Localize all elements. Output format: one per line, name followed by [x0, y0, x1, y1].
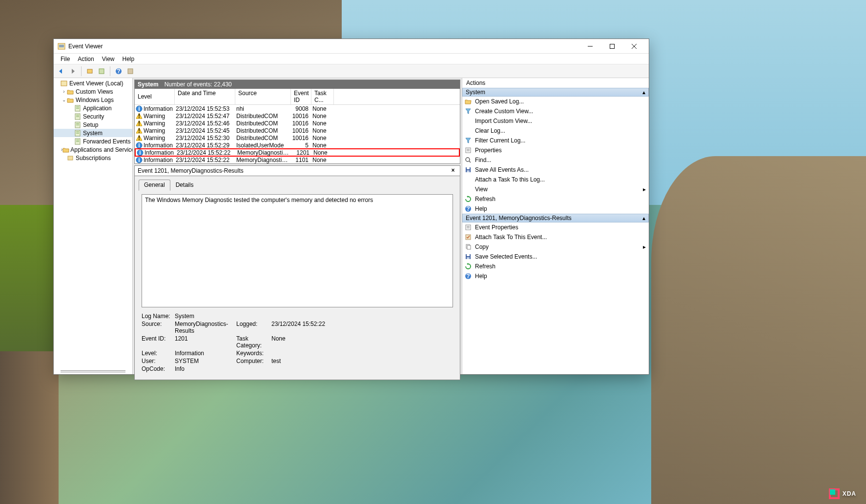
menu-view[interactable]: View: [98, 55, 119, 63]
svg-rect-7: [87, 69, 92, 73]
action-attach-a-task-to-this-log[interactable]: Attach a Task To this Log...: [462, 175, 649, 184]
event-row[interactable]: iInformation23/12/2024 15:52:22MemoryDia…: [135, 156, 460, 163]
tree-root[interactable]: Event Viewer (Local): [54, 79, 132, 87]
log-icon: [74, 104, 82, 112]
action-clear-log[interactable]: Clear Log...: [462, 126, 649, 136]
tab-general[interactable]: General: [139, 180, 170, 191]
event-count-label: Number of events: 22,430: [165, 81, 232, 88]
actions-section-system[interactable]: System ▴: [462, 88, 649, 97]
svg-rect-58: [467, 254, 470, 256]
tree-item-forwarded-events[interactable]: Forwarded Events: [54, 137, 132, 145]
action-help[interactable]: ?Help: [462, 271, 649, 281]
info-icon: i: [136, 142, 143, 149]
log-icon: [74, 121, 82, 129]
action-label: Clear Log...: [475, 127, 505, 134]
close-button[interactable]: [623, 39, 645, 54]
event-detail-pane: Event 1201, MemoryDiagnostics-Results × …: [134, 165, 460, 380]
expand-icon[interactable]: ›: [61, 89, 67, 94]
column-level[interactable]: Level: [135, 89, 175, 104]
tree-item-security[interactable]: Security: [54, 112, 132, 121]
property-row: OpCode:Info: [142, 365, 453, 373]
detail-close-button[interactable]: ×: [449, 167, 457, 175]
info-icon: i: [136, 105, 143, 112]
action-create-custom-view[interactable]: Create Custom View...: [462, 106, 649, 116]
event-row[interactable]: !Warning23/12/2024 15:52:46DistributedCO…: [135, 120, 460, 127]
toolbar-button-2[interactable]: [96, 66, 107, 77]
action-open-saved-log[interactable]: Open Saved Log...: [462, 97, 649, 106]
event-list-title: System Number of events: 22,430: [135, 80, 460, 89]
tree-label: Application: [83, 105, 112, 112]
nav-forward-button[interactable]: [67, 66, 78, 77]
action-import-custom-view[interactable]: Import Custom View...: [462, 116, 649, 126]
navigation-tree[interactable]: Event Viewer (Local) ›Custom Views⌄Windo…: [54, 78, 133, 374]
maximize-button[interactable]: [601, 39, 623, 54]
event-description[interactable]: The Windows Memory Diagnostic tested the…: [142, 194, 453, 307]
menu-help[interactable]: Help: [119, 55, 139, 63]
subs-icon: [67, 154, 75, 162]
svg-point-44: [466, 158, 470, 161]
action-refresh[interactable]: Refresh: [462, 194, 649, 204]
actions-section-event[interactable]: Event 1201, MemoryDiagnostics-Results ▴: [462, 214, 649, 222]
event-list-header[interactable]: Level Date and Time Source Event ID Task…: [135, 89, 460, 105]
minimize-button[interactable]: [579, 39, 601, 54]
menu-file[interactable]: File: [57, 55, 74, 63]
xda-watermark: XDA: [829, 488, 856, 499]
info-icon: i: [137, 149, 144, 156]
tree-item-system[interactable]: System: [54, 129, 132, 137]
tree-item-application[interactable]: Application: [54, 104, 132, 112]
tab-details[interactable]: Details: [170, 180, 199, 191]
titlebar[interactable]: Event Viewer: [54, 39, 649, 54]
column-source[interactable]: Source: [235, 89, 291, 104]
column-event-id[interactable]: Event ID: [291, 89, 311, 104]
nav-back-button[interactable]: [56, 66, 66, 77]
filter-icon: [464, 137, 472, 144]
props-icon: [464, 223, 472, 231]
window-title: Event Viewer: [68, 43, 103, 50]
tree-item-applications-and-services-lo[interactable]: ›Applications and Services Lo: [54, 145, 132, 154]
event-row[interactable]: iInformation23/12/2024 15:52:53nhi9008No…: [135, 105, 460, 112]
action-save-selected-events[interactable]: Save Selected Events...: [462, 252, 649, 262]
action-view[interactable]: View▸: [462, 184, 649, 194]
action-label: Help: [475, 205, 487, 212]
action-label: Attach a Task To this Log...: [475, 176, 545, 183]
action-save-all-events-as[interactable]: Save All Events As...: [462, 165, 649, 175]
event-list-body[interactable]: iInformation23/12/2024 15:52:53nhi9008No…: [135, 105, 460, 163]
action-refresh[interactable]: Refresh: [462, 262, 649, 271]
tree-item-setup[interactable]: Setup: [54, 121, 132, 129]
event-list: System Number of events: 22,430 Level Da…: [134, 80, 460, 164]
tree-item-windows-logs[interactable]: ⌄Windows Logs: [54, 96, 132, 104]
event-row[interactable]: !Warning23/12/2024 15:52:47DistributedCO…: [135, 112, 460, 120]
blank-icon: [464, 185, 472, 193]
svg-text:!: !: [138, 120, 140, 127]
action-attach-task-to-this-event[interactable]: Attach Task To This Event...: [462, 232, 649, 242]
action-copy[interactable]: Copy▸: [462, 242, 649, 252]
tree-item-subscriptions[interactable]: Subscriptions: [54, 154, 132, 162]
tree-item-custom-views[interactable]: ›Custom Views: [54, 87, 132, 96]
property-row: Event ID:1201Task Category:None: [142, 335, 453, 349]
tree-resize-handle[interactable]: [61, 370, 125, 372]
action-help[interactable]: ?Help: [462, 204, 649, 214]
svg-text:?: ?: [117, 68, 120, 75]
column-datetime[interactable]: Date and Time: [175, 89, 235, 104]
event-row[interactable]: iInformation23/12/2024 15:52:22MemoryDia…: [135, 148, 460, 157]
help-button[interactable]: ?: [113, 66, 124, 77]
action-event-properties[interactable]: Event Properties: [462, 222, 649, 232]
svg-rect-47: [467, 167, 470, 169]
svg-rect-59: [467, 257, 470, 259]
action-label: Save All Events As...: [475, 166, 529, 173]
toolbar-button-3[interactable]: [125, 66, 136, 77]
svg-text:i: i: [138, 105, 140, 112]
toolbar-button-1[interactable]: [84, 66, 95, 77]
event-row[interactable]: iInformation23/12/2024 15:52:29IsolatedU…: [135, 141, 460, 149]
column-task[interactable]: Task C...: [311, 89, 334, 104]
action-find[interactable]: Find...: [462, 155, 649, 165]
menu-action[interactable]: Action: [74, 55, 98, 63]
event-row[interactable]: !Warning23/12/2024 15:52:30DistributedCO…: [135, 134, 460, 141]
action-filter-current-log[interactable]: Filter Current Log...: [462, 136, 649, 145]
expand-icon[interactable]: ⌄: [61, 97, 67, 102]
svg-text:?: ?: [466, 205, 470, 212]
action-label: Import Custom View...: [475, 118, 532, 124]
event-row[interactable]: !Warning23/12/2024 15:52:45DistributedCO…: [135, 127, 460, 134]
action-properties[interactable]: Properties: [462, 145, 649, 155]
property-row: User:SYSTEMComputer:test: [142, 357, 453, 365]
